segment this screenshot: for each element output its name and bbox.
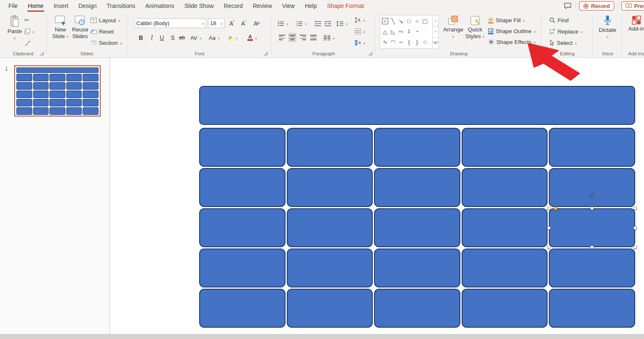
shape-cell-r1c1[interactable] xyxy=(199,128,286,167)
arc-icon[interactable]: ◠ xyxy=(389,38,397,47)
arrow-right-icon[interactable]: ⇨ xyxy=(397,27,405,36)
shape-cell-r4c1[interactable] xyxy=(199,248,286,287)
line-icon[interactable]: ╲ xyxy=(389,17,397,26)
align-text-button[interactable] xyxy=(355,26,365,36)
isosceles-triangle-icon[interactable]: △ xyxy=(381,27,389,36)
menu-tab-transitions[interactable]: Transitions xyxy=(102,0,140,12)
align-left-button[interactable] xyxy=(278,33,286,42)
arrow-down-icon[interactable]: ⇩ xyxy=(405,27,413,36)
font-dialog-launcher[interactable] xyxy=(264,52,267,55)
right-brace-icon[interactable]: } xyxy=(413,38,421,47)
shape-cell-r4c3[interactable] xyxy=(374,248,460,287)
decrease-font-size-button[interactable]: A˅ xyxy=(240,18,248,28)
resize-handle-nw[interactable] xyxy=(547,207,551,210)
align-right-button[interactable] xyxy=(299,33,307,42)
resize-handle-w[interactable] xyxy=(547,226,551,230)
gallery-scroll-up[interactable]: ˄ xyxy=(433,16,438,26)
align-center-button[interactable] xyxy=(288,33,296,42)
increase-indent-button[interactable] xyxy=(325,18,331,28)
shape-cell-r3c5[interactable] xyxy=(549,208,635,247)
menu-tab-review[interactable]: Review xyxy=(248,0,277,12)
line-spacing-button[interactable] xyxy=(336,18,348,28)
font-color-button[interactable]: A xyxy=(247,33,257,43)
section-button[interactable]: Section xyxy=(91,38,122,48)
shape-cell-r1c4[interactable] xyxy=(462,128,548,167)
replace-button[interactable]: bc Replace xyxy=(549,26,583,36)
shape-cell-r5c3[interactable] xyxy=(374,289,460,328)
resize-handle-s[interactable] xyxy=(590,246,594,249)
comments-icon[interactable] xyxy=(564,2,572,10)
shape-cell-r2c5[interactable] xyxy=(549,168,635,207)
clipboard-dialog-launcher[interactable] xyxy=(40,52,44,55)
rotate-handle[interactable] xyxy=(588,192,596,201)
gallery-scroll-down[interactable]: ˅ xyxy=(433,26,438,37)
font-family-input[interactable] xyxy=(136,20,202,26)
layout-button[interactable]: Layout xyxy=(91,15,120,25)
underline-button[interactable]: U xyxy=(158,33,166,42)
scribble-icon[interactable]: ∿ xyxy=(381,38,389,47)
shape-cell-r1c5[interactable] xyxy=(549,128,635,167)
shape-cell-r2c2[interactable] xyxy=(287,168,373,207)
menu-tab-animations[interactable]: Animations xyxy=(140,0,179,12)
shape-cell-r4c2[interactable] xyxy=(287,248,373,287)
menu-tab-file[interactable]: File xyxy=(3,0,23,12)
change-case-button[interactable]: Aa xyxy=(209,33,220,43)
paste-button[interactable]: Paste xyxy=(5,15,24,41)
font-family-combo[interactable] xyxy=(134,18,206,28)
text-box-icon[interactable]: A xyxy=(382,18,388,24)
gallery-more-button[interactable]: ▾ xyxy=(433,38,438,48)
shape-outline-button[interactable]: Shape Outline xyxy=(488,26,536,36)
oval-icon[interactable]: ○ xyxy=(413,17,421,26)
shape-cell-r3c4[interactable] xyxy=(462,208,548,247)
convert-to-smartart-button[interactable] xyxy=(355,38,365,48)
menu-tab-view[interactable]: View xyxy=(277,0,300,12)
numbering-button[interactable]: 123 xyxy=(296,18,307,28)
shape-cell-r2c3[interactable] xyxy=(374,168,460,207)
reuse-slides-button[interactable]: Reuse Slides xyxy=(70,15,90,39)
resize-handle-sw[interactable] xyxy=(547,246,551,249)
resize-handle-se[interactable] xyxy=(634,246,637,249)
left-brace-icon[interactable]: { xyxy=(405,38,413,47)
adjust-handle[interactable] xyxy=(554,207,558,210)
text-shadow-button[interactable]: S xyxy=(169,33,177,42)
clear-formatting-button[interactable]: A xyxy=(252,18,261,28)
new-slide-button[interactable]: New Slide xyxy=(50,15,70,39)
menu-tab-slide-show[interactable]: Slide Show xyxy=(179,0,219,12)
paragraph-dialog-launcher[interactable] xyxy=(369,52,372,55)
shape-cell-r5c2[interactable] xyxy=(287,289,373,328)
shape-cell-r4c5[interactable] xyxy=(549,248,635,287)
text-direction-button[interactable]: A xyxy=(355,15,365,25)
reset-button[interactable]: Reset xyxy=(91,26,114,36)
menu-tab-insert[interactable]: Insert xyxy=(49,0,73,12)
shape-cell-r2c4[interactable] xyxy=(462,168,548,207)
present-button[interactable]: Prese xyxy=(621,1,644,10)
find-button[interactable]: Find xyxy=(549,15,569,25)
quick-styles-button[interactable]: Quick Styles xyxy=(465,15,486,39)
shape-cell-r1c3[interactable] xyxy=(374,128,460,167)
cut-button[interactable]: ✂ xyxy=(24,15,29,25)
addin-button[interactable]: Add-in xyxy=(627,15,644,32)
slide-thumbnail[interactable] xyxy=(14,65,101,116)
format-painter-button[interactable] xyxy=(24,38,31,48)
shape-cell-r3c2[interactable] xyxy=(287,208,373,247)
right-triangle-icon[interactable]: ◺ xyxy=(389,27,397,36)
menu-tab-help[interactable]: Help xyxy=(300,0,322,12)
bullets-button[interactable] xyxy=(278,18,288,28)
font-size-input[interactable] xyxy=(210,20,221,26)
shape-cell-r5c4[interactable] xyxy=(462,289,548,328)
shape-cell-r5c5[interactable] xyxy=(549,289,635,328)
dictate-button[interactable]: Dictate xyxy=(597,15,618,40)
bold-button[interactable]: B xyxy=(137,33,145,42)
columns-button[interactable] xyxy=(324,33,335,43)
curve-icon[interactable]: ∼ xyxy=(397,38,405,47)
arrow-icon[interactable]: ↘ xyxy=(397,17,405,26)
shape-cell-r1c2[interactable] xyxy=(287,128,373,167)
rounded-rectangle-icon[interactable]: ▢ xyxy=(421,17,429,26)
star-icon[interactable]: ☆ xyxy=(421,38,429,47)
menu-tab-record[interactable]: Record xyxy=(219,0,248,12)
shape-fill-button[interactable]: Shape Fill xyxy=(488,15,525,25)
italic-button[interactable]: I xyxy=(148,33,156,42)
arrange-button[interactable]: Arrange xyxy=(443,15,464,39)
character-spacing-button[interactable]: AV xyxy=(190,33,202,43)
shape-cell-r5c1[interactable] xyxy=(199,289,286,328)
